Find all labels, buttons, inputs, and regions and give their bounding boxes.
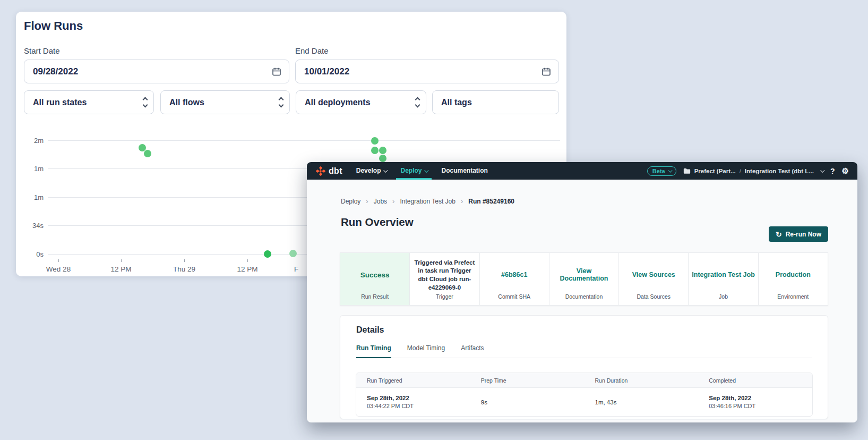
table-header-row: Run Triggered Prep Time Run Duration Com…	[356, 373, 812, 388]
view-documentation-link[interactable]: View Documentation	[549, 253, 618, 293]
end-date-input[interactable]: 10/01/2022	[295, 60, 559, 83]
cell-run-duration: 1m, 43s	[585, 399, 699, 405]
flow-run-point[interactable]	[289, 250, 297, 257]
view-sources-link[interactable]: View Sources	[619, 253, 688, 293]
run-states-select[interactable]: All run states	[24, 90, 154, 114]
details-title: Details	[356, 325, 384, 335]
end-date-label: End Date	[295, 46, 329, 55]
nav-develop[interactable]: Develop	[356, 162, 387, 180]
card-job: Integration Test Job Job	[688, 253, 758, 305]
calendar-icon[interactable]	[542, 67, 551, 77]
chevron-down-icon	[668, 168, 672, 172]
tags-value: All tags	[441, 98, 552, 107]
beta-badge[interactable]: Beta	[647, 166, 676, 176]
flows-value: All flows	[169, 98, 279, 107]
x-tick-label: Wed 28	[35, 265, 82, 273]
run-summary-cards: Success Run Result Triggered via Prefect…	[340, 252, 828, 306]
y-tick-label: 0s	[18, 250, 44, 258]
run-states-value: All run states	[33, 98, 143, 107]
environment-link[interactable]: Production	[759, 253, 828, 293]
card-trigger: Triggered via Prefect in task run Trigge…	[409, 253, 479, 305]
nav-documentation[interactable]: Documentation	[441, 162, 487, 180]
y-tick-label: 1m	[18, 165, 44, 173]
start-date-value: 09/28/2022	[33, 66, 272, 77]
select-updown-icon	[416, 96, 419, 108]
run-timing-table: Run Triggered Prep Time Run Duration Com…	[356, 373, 813, 417]
cell-completed: Sep 28th, 2022 03:46:16 PM CDT	[698, 395, 812, 409]
end-date-value: 10/01/2022	[304, 66, 542, 77]
dbt-logo-text: dbt	[329, 166, 342, 176]
deployments-value: All deployments	[305, 98, 416, 107]
flow-run-point[interactable]	[379, 155, 386, 162]
breadcrumb-separator: ›	[461, 197, 463, 205]
card-data-sources: View Sources Data Sources	[618, 253, 688, 305]
rerun-now-button[interactable]: ↻ Re-run Now	[769, 226, 828, 242]
tags-select[interactable]: All tags	[432, 90, 559, 114]
tab-artifacts[interactable]: Artifacts	[461, 344, 484, 358]
flow-run-point[interactable]	[264, 250, 271, 258]
breadcrumb-deploy[interactable]: Deploy	[341, 198, 360, 205]
run-result-value: Success	[340, 253, 409, 293]
dbt-top-navbar: dbt Develop Deploy Documentation Beta Pr…	[307, 162, 857, 180]
card-environment: Production Environment	[758, 253, 828, 305]
y-tick-label: 2m	[18, 137, 44, 145]
trigger-value: Triggered via Prefect in task run Trigge…	[410, 253, 479, 293]
tab-model-timing[interactable]: Model Timing	[407, 344, 445, 358]
breadcrumb-job-name[interactable]: Integration Test Job	[400, 198, 456, 205]
x-tick-label: 12 PM	[97, 265, 145, 273]
details-tabs: Run Timing Model Timing Artifacts	[356, 344, 812, 358]
col-run-duration: Run Duration	[585, 377, 699, 384]
select-updown-icon	[279, 96, 283, 108]
x-tick-label: 12 PM	[224, 265, 271, 273]
help-icon[interactable]: ?	[830, 167, 835, 175]
flow-run-point[interactable]	[379, 147, 386, 154]
deployments-select[interactable]: All deployments	[296, 90, 426, 114]
job-link[interactable]: Integration Test Job	[689, 253, 758, 293]
chevron-down-icon	[425, 168, 429, 172]
breadcrumb-separator: ›	[366, 197, 368, 205]
breadcrumb-run-id: Run #85249160	[468, 198, 514, 205]
flow-run-point[interactable]	[371, 137, 379, 145]
card-commit-sha: #6b86c1 Commit SHA	[479, 253, 549, 305]
y-tick-label: 1m	[18, 193, 44, 201]
flow-runs-title: Flow Runs	[24, 19, 83, 33]
project-name: Prefect (Part...	[694, 168, 736, 174]
nav-deploy[interactable]: Deploy	[400, 162, 427, 180]
chevron-down-icon	[384, 168, 388, 172]
col-run-triggered: Run Triggered	[356, 377, 470, 384]
col-prep-time: Prep Time	[470, 377, 585, 384]
breadcrumb-separator: ›	[392, 197, 394, 205]
dbt-logo[interactable]: dbt	[315, 166, 342, 176]
x-tick-label: Thu 29	[160, 265, 208, 273]
flow-run-point[interactable]	[144, 150, 151, 157]
card-documentation: View Documentation Documentation	[549, 253, 618, 305]
project-picker[interactable]: Prefect (Part... / Integration Test (dbt…	[683, 168, 823, 174]
breadcrumb-jobs[interactable]: Jobs	[374, 198, 387, 205]
dbt-cloud-window: dbt Develop Deploy Documentation Beta Pr…	[307, 162, 857, 422]
details-card: Details Run Timing Model Timing Artifact…	[340, 315, 828, 419]
card-run-result: Success Run Result	[340, 253, 409, 305]
page-title: Run Overview	[341, 216, 414, 229]
flow-run-point[interactable]	[371, 147, 379, 154]
x-tick	[247, 259, 248, 262]
col-completed: Completed	[698, 377, 812, 384]
commit-sha-link[interactable]: #6b86c1	[480, 253, 549, 293]
table-row: Sep 28th, 2022 03:44:22 PM CDT 9s 1m, 43…	[356, 388, 812, 416]
start-date-input[interactable]: 09/28/2022	[24, 60, 289, 83]
chevron-down-icon	[820, 168, 824, 172]
cell-prep-time: 9s	[470, 399, 585, 405]
select-updown-icon	[143, 96, 147, 108]
calendar-icon[interactable]	[272, 67, 281, 77]
x-tick	[58, 259, 59, 262]
tab-run-timing[interactable]: Run Timing	[356, 344, 391, 358]
gear-icon[interactable]: ⚙	[842, 166, 849, 176]
folder-icon	[683, 168, 691, 174]
dbt-logo-icon	[315, 166, 326, 176]
environment-name: Integration Test (dbt L...	[745, 168, 814, 174]
flows-select[interactable]: All flows	[160, 90, 290, 114]
x-tick	[121, 259, 122, 262]
breadcrumb: Deploy › Jobs › Integration Test Job › R…	[341, 197, 514, 205]
y-tick-label: 34s	[18, 222, 44, 230]
start-date-label: Start Date	[24, 46, 60, 55]
x-tick	[184, 259, 185, 262]
